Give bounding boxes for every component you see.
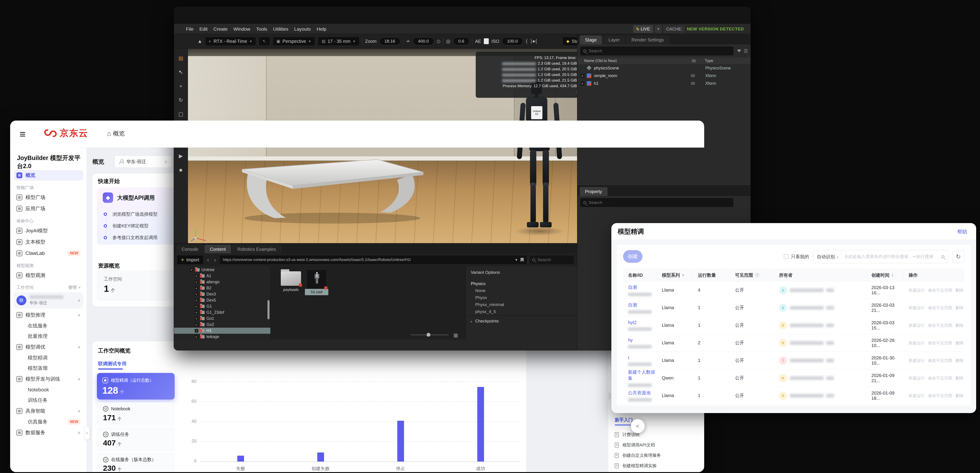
content-tree-row[interactable]: ▸ A1 <box>174 273 270 279</box>
checkbox-icon[interactable] <box>784 254 789 259</box>
search-icon[interactable] <box>942 255 944 258</box>
tab-joint-test[interactable]: 联调测试专用 <box>98 360 126 367</box>
action-new-run[interactable]: 新建运行 <box>908 305 925 311</box>
move-tool-icon[interactable]: + <box>177 81 185 91</box>
variant-option[interactable]: Physx_minimal <box>471 302 577 307</box>
zoom-field[interactable]: 18.16 <box>379 37 401 45</box>
sidebar-item[interactable]: 仿真服务 NEW <box>14 417 83 427</box>
exposure-swatch[interactable] <box>484 38 489 44</box>
content-path-input[interactable]: https://omniverse-content-production.s3-… <box>220 255 527 264</box>
action-delete[interactable]: 删除 <box>955 393 964 398</box>
thumbnail-size-slider[interactable] <box>410 334 449 336</box>
action-edit-visibility[interactable]: 修改可见范围 <box>928 323 952 328</box>
content-tree-row[interactable]: ▸ Dex3 <box>174 291 270 297</box>
breadcrumb[interactable]: ⌂ 概览 <box>107 130 125 137</box>
quickstart-step[interactable]: 参考接口文档发起调用 <box>103 232 158 244</box>
column-actions[interactable]: 操作 <box>904 272 964 279</box>
column-name[interactable]: Name (Old to New) <box>578 59 688 63</box>
help-link[interactable]: 帮助 <box>957 228 967 235</box>
action-edit-visibility[interactable]: 修改可见范围 <box>928 305 952 311</box>
sort-icon[interactable]: ▲▼ <box>891 273 894 277</box>
doc-link[interactable]: 创建模型精调实验 <box>615 460 661 471</box>
content-panel-tab[interactable]: Content <box>204 245 231 254</box>
jd-cloud-logo[interactable]: 京东云 <box>44 127 88 139</box>
finetune-table-row[interactable]: hyt2 Llama 1 公开 e 2026-03-03 15... <box>623 317 964 334</box>
menu-item[interactable]: Tools <box>253 26 270 32</box>
options-icon[interactable]: ☰ <box>744 48 748 54</box>
sidebar-item[interactable]: ClawLab NEW <box>14 248 83 258</box>
chevron-icon[interactable]: ∧ <box>78 344 80 349</box>
sidebar-item[interactable]: 工作空间 管理 > <box>14 283 83 292</box>
select-tool-icon[interactable]: ↖ <box>177 68 185 76</box>
tree-toggle-icon[interactable]: ▸ <box>195 293 198 296</box>
variant-option[interactable]: None <box>471 288 577 293</box>
stage-tree-row[interactable]: ▸ simple_room Xform <box>578 72 751 80</box>
column-created[interactable]: 创建时间▲▼ <box>866 272 904 279</box>
property-panel-tab[interactable]: Property <box>579 187 608 196</box>
finetune-table-row[interactable]: 新建个人数据集 Qwen 1 公开 e 2026-01-09 21... <box>623 369 964 387</box>
sidebar-collapse-handle[interactable]: ≡ <box>84 427 90 440</box>
action-new-run[interactable]: 新建运行 <box>908 376 925 381</box>
experiment-name-link[interactable]: 公共资源池 <box>628 390 657 396</box>
panel-collapse-button[interactable]: < <box>631 419 645 433</box>
import-button[interactable]: + Import <box>177 255 204 264</box>
chevron-icon[interactable]: ∧ <box>78 312 80 317</box>
chevron-icon[interactable]: ∨ <box>78 298 80 303</box>
action-edit-visibility[interactable]: 修改可见范围 <box>928 393 952 398</box>
stage-panel-tab[interactable]: Layer <box>603 35 625 45</box>
action-delete[interactable]: 删除 <box>955 323 964 328</box>
sidebar-item[interactable]: 应用广场 <box>14 204 83 214</box>
sidebar-item[interactable]: 模型观测 <box>14 261 83 270</box>
back-icon[interactable]: ‹ <box>206 256 210 263</box>
eye-icon[interactable] <box>691 82 695 85</box>
action-new-run[interactable]: 新建运行 <box>908 323 925 328</box>
chevron-icon[interactable]: ∧ <box>78 430 80 435</box>
sidebar-item[interactable]: 具身智能 ∧ <box>14 406 83 416</box>
tree-toggle-icon[interactable]: ▸ <box>195 335 198 339</box>
action-edit-visibility[interactable]: 修改可见范围 <box>928 340 952 346</box>
action-new-run[interactable]: 新建运行 <box>908 358 925 363</box>
question-icon[interactable]: ? <box>755 273 759 277</box>
aperture-icon[interactable]: ◇ <box>437 38 441 44</box>
filter-caret-icon[interactable]: ▼ <box>682 274 684 277</box>
variant-option[interactable]: Physx <box>471 295 577 300</box>
variant-option[interactable]: physx_4_5 <box>471 309 577 314</box>
lens-button[interactable]: ▤ 17 - 35 mm ▼ <box>318 37 360 46</box>
quickstart-step[interactable]: 创建KEY绑定模型 <box>103 220 158 232</box>
experiment-name-link[interactable]: 新建个人数据集 <box>628 369 657 381</box>
sidebar-item[interactable]: 模型蒸馏 <box>14 363 83 373</box>
column-owner[interactable]: 所有者 <box>774 272 866 279</box>
search-input[interactable] <box>844 254 939 259</box>
eye-icon[interactable] <box>691 74 695 77</box>
sidebar-item[interactable]: 模型观测 <box>14 270 83 280</box>
content-tree-row[interactable]: ▸ leikage <box>174 334 270 339</box>
content-tree-row[interactable]: ▸ aliengo <box>174 279 270 285</box>
menu-item[interactable]: Layouts <box>291 26 314 32</box>
sidebar-item[interactable]: 模型精调 <box>14 353 83 363</box>
manage-link[interactable]: 管理 > <box>68 285 80 290</box>
stage-tree-row[interactable]: physicsScene PhysicsScene <box>578 64 751 72</box>
action-delete[interactable]: 删除 <box>955 288 964 293</box>
finetune-table-row[interactable]: 自测 Llama 1 公开 c 2026-03-03 21... <box>623 299 964 317</box>
experiment-name-link[interactable]: hyt2 <box>628 320 657 325</box>
menu-item[interactable]: Help <box>314 26 329 32</box>
menu-item[interactable]: Window <box>231 26 253 32</box>
payloads-folder-item[interactable]: payloads <box>279 271 302 292</box>
doc-link[interactable]: 模型调用API文档 <box>615 440 661 450</box>
forward-icon[interactable]: › <box>213 256 217 263</box>
property-search-input[interactable]: Search <box>581 198 733 207</box>
content-search-input[interactable]: Search <box>529 255 574 264</box>
action-new-run[interactable]: 新建运行 <box>908 393 925 398</box>
menu-item[interactable]: File <box>183 26 197 32</box>
action-delete[interactable]: 删除 <box>955 358 964 363</box>
render-mode-button[interactable]: ◐ RTX - Real-Time ▼ <box>205 37 256 46</box>
create-button[interactable]: 创建 <box>623 250 643 263</box>
content-panel-tab[interactable]: Console <box>176 245 204 254</box>
finetune-table-row[interactable]: 公共资源池 Llama 1 公开 e 2026-01-09 18... <box>623 387 964 405</box>
menu-item[interactable]: Utilities <box>270 26 291 32</box>
experiment-name-link[interactable]: t <box>628 355 657 360</box>
region-selector[interactable]: 华东-宿迁 ∨ <box>115 156 172 168</box>
stage-tree-row[interactable]: ▸ h1 Xform <box>578 80 751 87</box>
stat-card[interactable]: 训练任务 407个 <box>97 427 175 451</box>
bookmark-icon[interactable] <box>520 258 524 262</box>
